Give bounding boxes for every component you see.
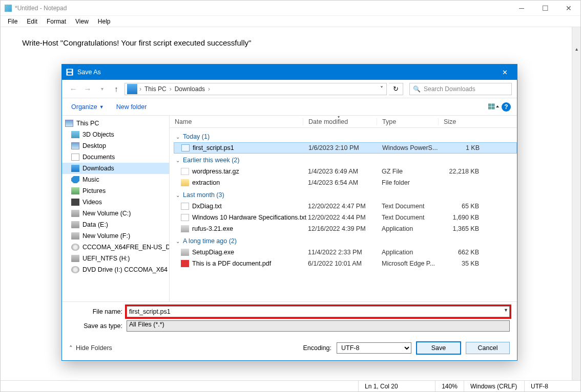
chevron-down-icon: ⌄	[176, 134, 180, 140]
file-name: wordpress.tar.gz	[192, 168, 308, 175]
gz-icon	[181, 168, 189, 175]
file-date: 12/20/2022 4:47 PM	[308, 203, 382, 210]
save-button[interactable]: Save	[417, 342, 461, 354]
tree-item[interactable]: Videos	[62, 197, 169, 208]
refresh-button[interactable]: ↻	[389, 83, 403, 95]
view-options-button[interactable]	[488, 103, 497, 111]
scrollbar[interactable]: ▴	[572, 27, 580, 380]
encoding-select[interactable]: UTF-8	[337, 342, 411, 354]
menu-format[interactable]: Format	[43, 17, 70, 26]
nav-forward-button[interactable]: →	[81, 83, 94, 95]
status-eol: Windows (CRLF)	[464, 381, 524, 391]
saveastype-select[interactable]: All Files (*.*)	[127, 320, 510, 332]
dialog-bottom: ˄ Hide Folders Encoding: UTF-8 Save Canc…	[62, 338, 517, 360]
svg-rect-1	[68, 70, 72, 72]
tree-item-label: Pictures	[82, 187, 106, 194]
file-name: first_script.ps1	[193, 144, 308, 151]
scroll-up-icon[interactable]: ▴	[572, 45, 580, 53]
file-size: 65 KB	[443, 203, 479, 210]
nav-recent-button[interactable]: ▾	[96, 83, 108, 95]
menu-view[interactable]: View	[71, 17, 93, 26]
col-date[interactable]: Date modified	[303, 118, 377, 125]
file-row[interactable]: wordpress.tar.gz1/4/2023 6:49 AMGZ File2…	[174, 166, 517, 177]
group-header[interactable]: ⌄A long time ago (2)	[174, 234, 517, 247]
tree-item-label: Downloads	[82, 165, 114, 172]
hide-folders-button[interactable]: ˄ Hide Folders	[69, 344, 112, 352]
encoding-label: Encoding:	[303, 344, 331, 352]
tree-item[interactable]: New Volume (C:)	[62, 208, 169, 219]
tree-item[interactable]: 3D Objects	[62, 129, 169, 140]
svg-rect-5	[488, 107, 491, 109]
file-type: Text Document	[382, 203, 443, 210]
tree-item[interactable]: UEFI_NTFS (H:)	[62, 253, 169, 264]
tree-item[interactable]: DVD Drive (I:) CCCOMA_X64	[62, 264, 169, 275]
tree-item[interactable]: Documents	[62, 151, 169, 163]
col-name[interactable]: Name	[170, 118, 303, 125]
search-input[interactable]: 🔍 Search Downloads	[409, 83, 512, 95]
dialog-close-button[interactable]: ✕	[497, 67, 512, 77]
col-type[interactable]: Type	[377, 118, 438, 125]
cancel-button[interactable]: Cancel	[466, 342, 510, 354]
menu-edit[interactable]: Edit	[23, 17, 42, 26]
minimize-button[interactable]: ─	[510, 1, 533, 16]
file-row[interactable]: This is a PDF document.pdf6/1/2022 10:01…	[174, 258, 517, 269]
new-folder-button[interactable]: New folder	[113, 101, 150, 113]
file-date: 12/16/2022 4:39 PM	[308, 225, 382, 232]
chevron-up-icon: ˄	[69, 344, 73, 352]
tree-item[interactable]: Downloads	[62, 163, 169, 174]
maximize-button[interactable]: ☐	[533, 1, 557, 16]
tree-item-label: Data (E:)	[82, 221, 108, 228]
tree-item[interactable]: Music	[62, 174, 169, 185]
pc-icon	[65, 120, 73, 127]
menu-file[interactable]: File	[4, 17, 22, 26]
dialog-title: Save As	[77, 69, 101, 76]
nav-back-button[interactable]: ←	[67, 83, 79, 95]
file-row[interactable]: first_script.ps11/6/2023 2:10 PMWindows …	[174, 142, 517, 154]
column-headers: Name Date modified ▾ Type Size	[170, 116, 517, 128]
navbar: ← → ▾ ↑ › This PC › Downloads › ˅ ↻ 🔍 Se…	[62, 80, 517, 98]
menu-help[interactable]: Help	[94, 17, 115, 26]
breadcrumb-pc[interactable]: This PC	[141, 85, 170, 93]
file-row[interactable]: SetupDiag.exe11/4/2022 2:33 PMApplicatio…	[174, 247, 517, 258]
tree-item[interactable]: CCCOMA_X64FRE_EN-US_DV	[62, 242, 169, 253]
file-row[interactable]: rufus-3.21.exe12/16/2022 4:39 PMApplicat…	[174, 223, 517, 234]
tree-item[interactable]: Pictures	[62, 185, 169, 197]
exe-icon	[181, 249, 189, 256]
save-icon	[66, 69, 73, 76]
svg-rect-6	[492, 107, 494, 109]
close-button[interactable]: ✕	[557, 1, 580, 16]
file-size: 35 KB	[443, 260, 479, 267]
tree-item[interactable]: Desktop	[62, 140, 169, 151]
downloads-icon	[127, 84, 137, 94]
pdf-icon	[181, 260, 189, 267]
filename-input[interactable]	[127, 306, 510, 317]
file-name: DxDiag.txt	[192, 203, 308, 210]
group-header[interactable]: ⌄Earlier this week (2)	[174, 154, 517, 166]
breadcrumb-folder[interactable]: Downloads	[172, 85, 208, 93]
nav-tree[interactable]: This PC3D ObjectsDesktopDocumentsDownloa…	[62, 116, 170, 301]
file-date: 6/1/2022 10:01 AM	[308, 260, 382, 267]
tree-item-label: 3D Objects	[82, 131, 114, 138]
organize-button[interactable]: Organize▼	[68, 101, 107, 113]
drive-icon	[71, 210, 79, 217]
downloads-icon	[71, 165, 79, 172]
breadcrumb-dropdown[interactable]: ˅	[377, 85, 386, 93]
help-button[interactable]: ?	[502, 102, 511, 112]
col-size[interactable]: Size	[438, 118, 478, 125]
group-header[interactable]: ⌄Today (1)	[174, 130, 517, 142]
nav-up-button[interactable]: ↑	[110, 83, 122, 95]
breadcrumb[interactable]: › This PC › Downloads › ˅	[125, 83, 387, 95]
toolbar: Organize▼ New folder ?	[62, 98, 517, 116]
pic-icon	[71, 187, 79, 194]
tree-item[interactable]: New Volume (F:)	[62, 230, 169, 242]
group-header[interactable]: ⌄Last month (3)	[174, 188, 517, 201]
file-row[interactable]: DxDiag.txt12/20/2022 4:47 PMText Documen…	[174, 201, 517, 212]
filename-dropdown-icon[interactable]: ▼	[504, 308, 508, 313]
file-name: rufus-3.21.exe	[192, 225, 308, 232]
file-row[interactable]: Windows 10 Hardware Specifications.txt12…	[174, 212, 517, 223]
tree-item[interactable]: This PC	[62, 118, 169, 129]
file-type: File folder	[382, 179, 443, 186]
file-row[interactable]: extraction1/4/2023 6:54 AMFile folder	[174, 177, 517, 188]
tree-item[interactable]: Data (E:)	[62, 219, 169, 230]
tree-item-label: New Volume (F:)	[82, 232, 130, 239]
